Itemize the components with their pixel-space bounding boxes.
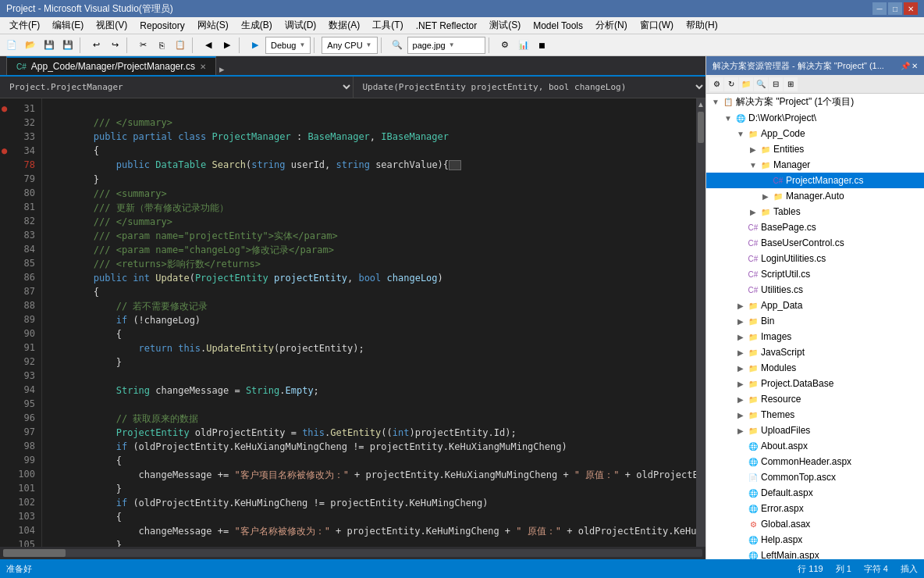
expand-project[interactable]: ▼: [722, 114, 734, 123]
tree-leftmain[interactable]: 🌐 LeftMain.aspx: [706, 548, 924, 559]
paste-button[interactable]: 📋: [172, 37, 189, 54]
tree-bin[interactable]: ▶ 📁 Bin: [706, 313, 924, 329]
tree-scriptutil[interactable]: C# ScriptUtil.cs: [706, 266, 924, 282]
tree-javascript[interactable]: ▶ 📁 JavaScript: [706, 344, 924, 360]
expand-uf[interactable]: ▶: [734, 426, 747, 435]
tree-resource[interactable]: ▶ 📁 Resource: [706, 391, 924, 407]
save-button[interactable]: 💾: [41, 37, 58, 54]
se-filter-button[interactable]: 🔍: [754, 77, 768, 91]
expand-js[interactable]: ▶: [734, 348, 747, 357]
expand-bin[interactable]: ▶: [734, 317, 747, 326]
se-pin-button[interactable]: 📌: [901, 62, 910, 70]
menu-debug[interactable]: 调试(D): [279, 17, 323, 34]
cpu-dropdown[interactable]: Any CPU ▼: [322, 37, 377, 54]
menu-edit[interactable]: 编辑(E): [46, 17, 90, 34]
navigate-back-button[interactable]: ◀: [200, 37, 217, 54]
tab-scroll-button[interactable]: ▸: [219, 63, 225, 75]
tree-manager-auto[interactable]: ▶ 📁 Manager.Auto: [706, 188, 924, 204]
tree-default[interactable]: 🌐 Default.aspx: [706, 485, 924, 501]
tree-utilities[interactable]: C# Utilities.cs: [706, 282, 924, 298]
code-editor[interactable]: /// </summary> public partial class Proj…: [42, 98, 696, 547]
tree-uploadfiles[interactable]: ▶ 📁 UploadFiles: [706, 423, 924, 438]
tree-project[interactable]: ▼ 🌐 D:\Work\Project\: [706, 110, 924, 126]
tree-commonheader[interactable]: 🌐 CommonHeader.aspx: [706, 454, 924, 469]
start-button[interactable]: ▶: [247, 37, 264, 54]
tree-help[interactable]: 🌐 Help.aspx: [706, 532, 924, 548]
expand-themes[interactable]: ▶: [734, 411, 747, 419]
menu-website[interactable]: 网站(S): [191, 17, 235, 34]
save-all-button[interactable]: 💾: [59, 37, 76, 54]
copy-button[interactable]: ⎘: [153, 37, 170, 54]
expand-modules[interactable]: ▶: [734, 364, 747, 373]
menu-test[interactable]: 测试(S): [483, 17, 527, 34]
menu-file[interactable]: 文件(F): [3, 17, 46, 34]
expand-images[interactable]: ▶: [734, 333, 747, 341]
close-button[interactable]: ✕: [904, 2, 918, 15]
menu-help[interactable]: 帮助(H): [680, 17, 724, 34]
tree-solution[interactable]: ▼ 📋 解决方案 "Project" (1个项目): [706, 94, 924, 110]
tree-baseusercontrol[interactable]: C# BaseUserControl.cs: [706, 235, 924, 251]
tb-btn-extra3[interactable]: ⏹: [534, 37, 551, 54]
menu-window[interactable]: 窗口(W): [634, 17, 680, 34]
tree-themes[interactable]: ▶ 📁 Themes: [706, 407, 924, 423]
tree-appcode[interactable]: ▼ 📁 App_Code: [706, 126, 924, 141]
tab-close-button[interactable]: ✕: [200, 62, 206, 71]
expand-manager-auto[interactable]: ▶: [759, 192, 772, 201]
redo-button[interactable]: ↪: [106, 37, 123, 54]
menu-model-tools[interactable]: Model Tools: [527, 19, 589, 33]
method-selector[interactable]: Update(ProjectEntity projectEntity, bool…: [354, 77, 706, 98]
expand-solution[interactable]: ▼: [709, 98, 722, 106]
se-showfiles-button[interactable]: 📁: [739, 77, 753, 91]
scroll-thumb[interactable]: [698, 112, 704, 143]
search-button[interactable]: 🔍: [389, 37, 406, 54]
expand-db[interactable]: ▶: [734, 380, 747, 388]
expand-manager[interactable]: ▼: [747, 161, 759, 169]
expand-res[interactable]: ▶: [734, 395, 747, 404]
menu-data[interactable]: 数据(A): [322, 17, 366, 34]
expand-entities[interactable]: ▶: [747, 145, 759, 154]
menu-repository[interactable]: Repository: [133, 19, 190, 33]
tree-images[interactable]: ▶ 📁 Images: [706, 329, 924, 344]
tree-global[interactable]: ⚙ Global.asax: [706, 516, 924, 532]
expand-appdata[interactable]: ▶: [734, 301, 747, 310]
tree-database[interactable]: ▶ 📁 Project.DataBase: [706, 376, 924, 391]
undo-button[interactable]: ↩: [87, 37, 105, 54]
se-properties-button[interactable]: ⚙: [709, 77, 723, 91]
cut-button[interactable]: ✂: [134, 37, 151, 54]
file-dropdown[interactable]: page.jpg ▼: [407, 37, 485, 54]
h-scroll-thumb[interactable]: [3, 549, 66, 557]
tree-error[interactable]: 🌐 Error.aspx: [706, 501, 924, 516]
tree-commontop[interactable]: 📄 CommonTop.ascx: [706, 469, 924, 485]
tb-btn-extra2[interactable]: 📊: [515, 37, 532, 54]
tree-appdata[interactable]: ▶ 📁 App_Data: [706, 298, 924, 313]
se-newview-button[interactable]: ⊞: [784, 77, 798, 91]
tb-btn-extra1[interactable]: ⚙: [496, 37, 514, 54]
menu-build[interactable]: 生成(B): [235, 17, 279, 34]
tree-about[interactable]: 🌐 About.aspx: [706, 438, 924, 454]
tree-modules[interactable]: ▶ 📁 Modules: [706, 360, 924, 376]
tree-tables[interactable]: ▶ 📁 Tables: [706, 204, 924, 219]
new-project-button[interactable]: 📄: [3, 37, 20, 54]
menu-analyze[interactable]: 分析(N): [589, 17, 634, 34]
expand-tables[interactable]: ▶: [747, 208, 759, 216]
expand-appcode[interactable]: ▼: [734, 130, 747, 138]
tree-loginutils[interactable]: C# LoginUtilities.cs: [706, 251, 924, 266]
menu-net-reflector[interactable]: .NET Reflector: [410, 19, 483, 33]
se-refresh-button[interactable]: ↻: [724, 77, 738, 91]
debug-dropdown[interactable]: Debug ▼: [265, 37, 311, 54]
tree-basepage[interactable]: C# BasePage.cs: [706, 219, 924, 235]
class-selector[interactable]: Project.ProjectManager: [0, 77, 354, 98]
tree-pm-cs[interactable]: C# ProjectManager.cs: [706, 173, 924, 188]
tree-entities[interactable]: ▶ 📁 Entities: [706, 141, 924, 157]
se-close-button[interactable]: ✕: [912, 62, 918, 70]
menu-tools[interactable]: 工具(T): [366, 17, 409, 34]
open-button[interactable]: 📂: [22, 37, 39, 54]
scroll-up-button[interactable]: ▲: [697, 100, 705, 109]
h-scroll-track[interactable]: [3, 549, 702, 557]
vertical-scrollbar[interactable]: ▲: [696, 98, 705, 547]
maximize-button[interactable]: □: [888, 2, 902, 15]
navigate-forward-button[interactable]: ▶: [219, 37, 236, 54]
minimize-button[interactable]: ─: [872, 2, 887, 15]
tree-manager[interactable]: ▼ 📁 Manager: [706, 157, 924, 173]
menu-view[interactable]: 视图(V): [90, 17, 133, 34]
